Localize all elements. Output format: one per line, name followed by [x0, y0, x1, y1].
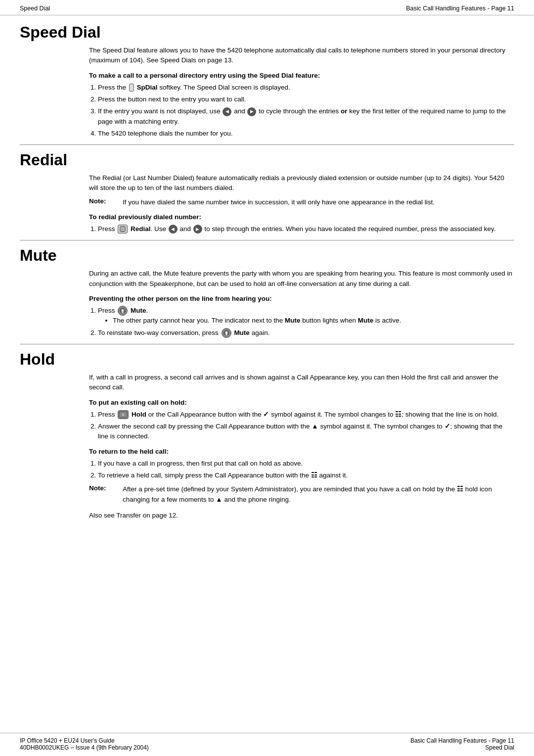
mute-instruction-header: Preventing the other person on the line … — [89, 294, 514, 304]
page-footer: IP Office 5420 + EU24 User's Guide 40DHB… — [0, 733, 534, 756]
section-mute: Mute During an active call, the Mute fea… — [20, 243, 514, 338]
page-header: Speed Dial Basic Call Handling Features … — [0, 0, 534, 15]
svg-rect-5 — [122, 309, 124, 312]
speed-dial-instruction-header: To make a call to a personal directory e… — [89, 71, 514, 81]
hold-instruction-header-1: To put an existing call on hold: — [89, 398, 514, 408]
main-content: Speed Dial The Speed Dial feature allows… — [0, 15, 534, 565]
divider-1 — [20, 144, 514, 145]
section-hold: Hold If, with a call in progress, a seco… — [20, 347, 514, 520]
speed-dial-step-2: Press the button next to the entry you w… — [98, 94, 514, 104]
hold-button-icon: ≡ — [118, 410, 129, 419]
redial-instruction-header: To redial previously dialed number: — [89, 212, 514, 222]
hold-intro: If, with a call in progress, a second ca… — [89, 373, 514, 393]
mute-step-1: Press Mute. The other party cannot hear … — [98, 306, 514, 326]
hold-step-2: Answer the second call by pressing the C… — [98, 422, 514, 442]
redial-arrow-left-icon: ◀ — [169, 225, 178, 234]
mute-button-icon-2 — [222, 328, 231, 338]
redial-button-icon — [118, 225, 128, 234]
hold-body: If, with a call in progress, a second ca… — [89, 373, 514, 520]
mute-title: Mute — [20, 243, 514, 265]
page-container: Speed Dial Basic Call Handling Features … — [0, 0, 534, 756]
footer-left: IP Office 5420 + EU24 User's Guide 40DHB… — [20, 737, 149, 751]
hold-return-step-2: To retrieve a held call, simply press th… — [98, 471, 514, 480]
svg-rect-9 — [225, 331, 227, 334]
hold-steps-2: If you have a call in progress, then fir… — [98, 459, 514, 481]
speed-dial-intro: The Speed Dial feature allows you to hav… — [89, 46, 514, 66]
spdial-softkey-icon — [129, 84, 134, 92]
hold-note-label: Note: — [89, 484, 119, 505]
mute-bullet-1: The other party cannot hear you. The ind… — [113, 316, 514, 326]
redial-note-text: If you have dialed the same number twice… — [123, 197, 435, 207]
hold-title: Hold — [20, 347, 514, 369]
hold-note: Note: After a pre-set time (defined by y… — [89, 484, 514, 505]
redial-title: Redial — [20, 148, 514, 169]
header-left: Speed Dial — [20, 5, 50, 12]
hold-also-see: Also see Transfer on page 12. — [89, 511, 514, 520]
divider-3 — [20, 344, 514, 344]
speed-dial-body: The Speed Dial feature allows you to hav… — [89, 46, 514, 139]
hold-note-text: After a pre-set time (defined by your Sy… — [123, 484, 514, 505]
footer-right-line1: Basic Call Handling Features - Page 11 — [410, 737, 514, 744]
redial-step-1: Press Redial. Use ◀ and ▶ to step throug… — [98, 224, 514, 234]
footer-right-line2: Speed Dial — [410, 744, 514, 751]
section-redial: Redial The Redial (or Last Number Dialed… — [20, 148, 514, 234]
svg-text:≡: ≡ — [122, 413, 125, 417]
redial-note-label: Note: — [89, 197, 119, 207]
speed-dial-step-4: The 5420 telephone dials the number for … — [98, 129, 514, 139]
redial-note: Note: If you have dialed the same number… — [89, 197, 514, 207]
mute-body: During an active call, the Mute feature … — [89, 269, 514, 338]
speed-dial-step-1: Press the SpDial softkey. The Speed Dial… — [98, 83, 514, 93]
redial-intro: The Redial (or Last Number Dialed) featu… — [89, 173, 514, 193]
hold-return-step-1: If you have a call in progress, then fir… — [98, 459, 514, 469]
footer-left-line2: 40DHB0002UKEG – Issue 4 (9th February 20… — [20, 744, 149, 751]
mute-steps: Press Mute. The other party cannot hear … — [98, 306, 514, 338]
footer-left-line1: IP Office 5420 + EU24 User's Guide — [20, 737, 149, 744]
redial-steps: Press Redial. Use ◀ and ▶ to step throug… — [98, 224, 514, 234]
section-speed-dial: Speed Dial The Speed Dial feature allows… — [20, 20, 514, 139]
speed-dial-steps: Press the SpDial softkey. The Speed Dial… — [98, 83, 514, 139]
speed-dial-step-3: If the entry you want is not displayed, … — [98, 106, 514, 127]
arrow-right-icon: ▶ — [247, 107, 256, 116]
arrow-left-icon: ◀ — [222, 107, 231, 116]
mute-button-icon — [118, 306, 128, 316]
footer-right: Basic Call Handling Features - Page 11 S… — [410, 737, 514, 751]
hold-step-1: Press ≡ Hold or the Call Appearance butt… — [98, 410, 514, 420]
speed-dial-title: Speed Dial — [20, 20, 514, 42]
mute-bullets: The other party cannot hear you. The ind… — [113, 316, 514, 326]
redial-body: The Redial (or Last Number Dialed) featu… — [89, 173, 514, 234]
divider-2 — [20, 240, 514, 240]
hold-instruction-header-2: To return to the held call: — [89, 447, 514, 457]
redial-arrow-right-icon: ▶ — [193, 225, 202, 234]
hold-steps-1: Press ≡ Hold or the Call Appearance butt… — [98, 410, 514, 442]
mute-step-2: To reinstate two-way conversation, press… — [98, 328, 514, 338]
mute-intro: During an active call, the Mute feature … — [89, 269, 514, 289]
header-right: Basic Call Handling Features - Page 11 — [406, 5, 514, 12]
